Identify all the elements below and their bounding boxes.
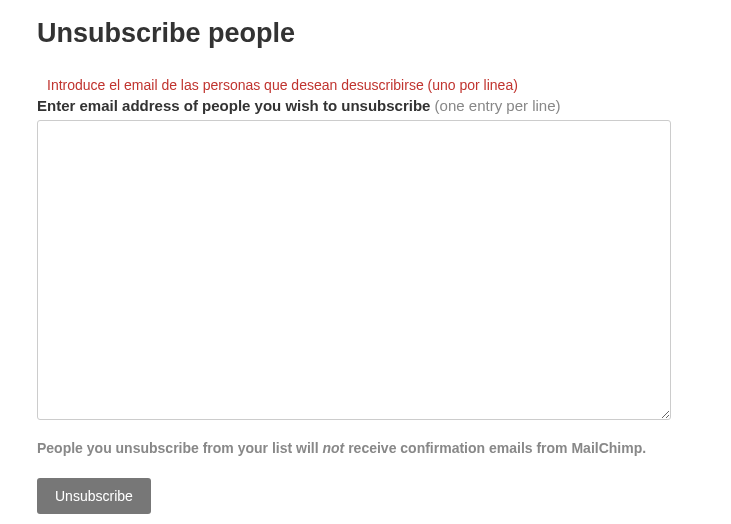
note-text-emphasis: not: [323, 440, 345, 456]
helper-text-translation: Introduce el email de las personas que d…: [47, 77, 694, 93]
field-label-main: Enter email address of people you wish t…: [37, 97, 435, 114]
unsubscribe-button[interactable]: Unsubscribe: [37, 478, 151, 514]
field-label: Enter email address of people you wish t…: [37, 97, 694, 114]
field-label-hint: (one entry per line): [435, 97, 561, 114]
confirmation-note: People you unsubscribe from your list wi…: [37, 440, 694, 456]
email-addresses-textarea[interactable]: [37, 120, 671, 420]
note-text-before: People you unsubscribe from your list wi…: [37, 440, 323, 456]
note-text-after: receive confirmation emails from MailChi…: [344, 440, 646, 456]
page-title: Unsubscribe people: [37, 18, 694, 49]
